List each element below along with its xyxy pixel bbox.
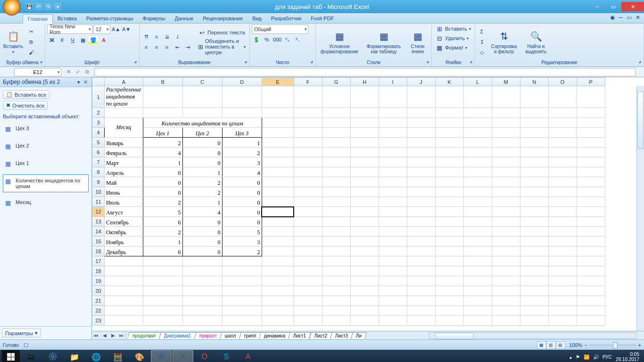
cell[interactable] [577, 247, 605, 256]
borders-button[interactable]: ▦ [78, 35, 88, 45]
cell[interactable] [435, 187, 463, 197]
cell[interactable] [105, 296, 143, 306]
cell[interactable] [350, 167, 379, 177]
zoom-slider[interactable] [589, 344, 636, 346]
cell[interactable] [379, 276, 407, 286]
cell[interactable] [322, 118, 350, 128]
sheet-nav-prev[interactable]: ◀ [100, 333, 109, 338]
sheet-tab[interactable]: Диаграмма1 [159, 332, 196, 339]
qat-undo[interactable]: ↶ [35, 3, 42, 10]
cell[interactable] [262, 157, 294, 167]
row-header[interactable]: 23 [92, 316, 105, 326]
cell[interactable] [463, 227, 492, 237]
cell[interactable] [520, 316, 548, 326]
cell[interactable] [463, 128, 492, 138]
cell[interactable]: 2 [143, 138, 182, 148]
clipboard-item[interactable]: ▦Количество инцидентов по цехам [3, 174, 89, 192]
row-header[interactable]: 22 [92, 306, 105, 316]
horizontal-scrollbar[interactable] [429, 332, 636, 339]
cell[interactable]: Октябрь [105, 227, 143, 237]
row-header[interactable]: 17 [92, 256, 105, 266]
cell[interactable] [350, 247, 379, 256]
cell[interactable] [577, 157, 605, 167]
cell[interactable] [322, 286, 350, 296]
cell[interactable] [520, 286, 548, 296]
cell[interactable] [262, 227, 294, 237]
cell[interactable] [407, 157, 435, 167]
cell[interactable] [294, 207, 322, 217]
cell[interactable] [262, 197, 294, 207]
italic-button[interactable]: К [58, 35, 67, 45]
cell[interactable] [379, 227, 407, 237]
col-header[interactable]: C [182, 78, 222, 86]
cell[interactable]: 0 [182, 157, 222, 167]
wrap-text-button[interactable]: ↩Перенос текста [196, 28, 248, 37]
cell[interactable] [577, 306, 605, 316]
cell[interactable] [407, 167, 435, 177]
cell[interactable] [492, 187, 520, 197]
cell[interactable] [182, 286, 222, 296]
cell[interactable] [577, 197, 605, 207]
cell[interactable] [407, 86, 435, 108]
cell[interactable]: 1 [143, 237, 182, 247]
cell[interactable]: 2 [222, 148, 262, 157]
cell[interactable] [294, 316, 322, 326]
cell[interactable] [463, 207, 492, 217]
ribbon-tab-3[interactable]: Формулы [138, 14, 170, 23]
cell[interactable] [379, 108, 407, 118]
cell[interactable] [350, 138, 379, 148]
cell[interactable] [143, 108, 182, 118]
taskbar-chrome[interactable]: 🌐 [86, 350, 107, 362]
cell[interactable] [350, 118, 379, 128]
taskbar-adobe[interactable]: A [238, 350, 258, 362]
cell[interactable] [492, 217, 520, 227]
copy-button[interactable]: ⧉ [26, 37, 36, 47]
sheet-tab[interactable]: продолжит [128, 332, 161, 339]
cell[interactable] [350, 306, 379, 316]
cell[interactable]: Июль [105, 197, 143, 207]
cell[interactable] [435, 296, 463, 306]
percent-button[interactable]: % [262, 35, 272, 44]
cell[interactable]: 6 [143, 247, 182, 256]
sheet-nav-last[interactable]: ⏭ [117, 333, 126, 338]
cell[interactable] [548, 296, 577, 306]
col-header[interactable]: B [143, 78, 182, 86]
cell[interactable]: 0 [182, 217, 222, 227]
cell[interactable] [520, 306, 548, 316]
merge-center-button[interactable]: ⊞Объединить и поместить в центре▾ [196, 38, 248, 56]
row-header[interactable]: 7 [92, 157, 105, 167]
cell[interactable] [520, 217, 548, 227]
cell[interactable]: Месяц [105, 118, 143, 138]
cell[interactable] [577, 108, 605, 118]
cell[interactable] [262, 128, 294, 138]
cell[interactable] [548, 256, 577, 266]
cell[interactable] [577, 167, 605, 177]
cell[interactable] [435, 266, 463, 276]
cell[interactable] [548, 197, 577, 207]
cell[interactable] [322, 157, 350, 167]
cell[interactable] [262, 138, 294, 148]
cell[interactable] [463, 296, 492, 306]
row-header[interactable]: 18 [92, 266, 105, 276]
col-header[interactable]: J [407, 78, 435, 86]
cell[interactable]: Количество инцидентов по цехам [143, 118, 262, 128]
cell[interactable] [492, 276, 520, 286]
cell[interactable] [322, 247, 350, 256]
cell[interactable] [407, 148, 435, 157]
cell[interactable] [463, 86, 492, 108]
cell-styles-button[interactable]: ▦Стили ячеек [406, 29, 429, 55]
align-top-button[interactable]: ⇈ [141, 32, 151, 41]
cell[interactable] [407, 197, 435, 207]
cell[interactable]: 4 [143, 148, 182, 157]
taskbar-opera[interactable]: O [194, 350, 215, 362]
cell[interactable] [350, 256, 379, 266]
cell[interactable] [463, 276, 492, 286]
cell[interactable] [294, 247, 322, 256]
cell[interactable] [262, 247, 294, 256]
cell[interactable] [435, 306, 463, 316]
cell[interactable] [350, 148, 379, 157]
autosum-button[interactable]: Σ [477, 27, 487, 36]
taskbar-skype[interactable]: S [216, 350, 237, 362]
cell[interactable] [463, 148, 492, 157]
taskbar-ie[interactable]: ⓔ [42, 350, 63, 362]
